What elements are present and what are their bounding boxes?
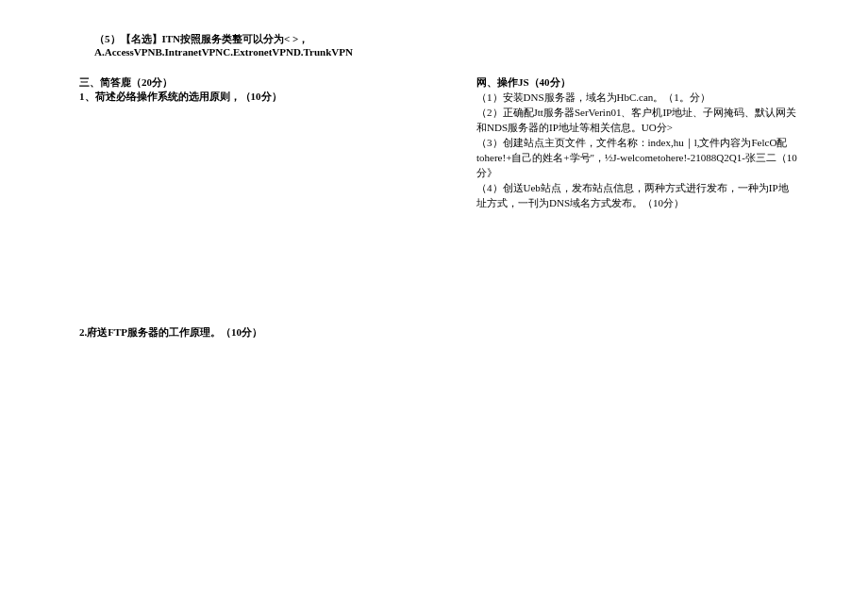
document-page: （5）【名选】ITN按照服务类整可以分为< >， A.AccessVPNB.In… [0,0,868,614]
operations-step-3: （3）创建站点主页文件，文件名称：index,hu｜l,文件内容为FelcO配t… [476,136,797,181]
question-5: （5）【名选】ITN按照服务类整可以分为< >， A.AccessVPNB.In… [94,32,353,59]
operations-step-4: （4）创送Ueb站点，发布站点信息，两种方式进行发布，一种为IP地址方式，一刊为… [476,181,797,211]
q5-options: A.AccessVPNB.IntranetVPNC.ExtronetVPND.T… [94,45,353,58]
operations-step-1: （1）安装DNS服务器，域名为HbC.can。（1。分） [476,91,797,106]
operations-section: 网、操作JS（40分） （1）安装DNS服务器，域名为HbC.can。（1。分）… [476,75,797,210]
section-3-q1: 1、荷述必络操作系统的选用原则，（10分） [79,90,282,104]
section-3-header: 三、简答鹿（20分） [79,75,173,90]
operations-step-2: （2）正确配Jtt服务器SerVerin01、客户机IP地址、子网掩码、默认网关… [476,106,797,136]
q5-prompt: （5）【名选】ITN按照服务类整可以分为< >， [94,32,353,45]
section-3-q2: 2.府送FTP服务器的工作原理。（10分） [79,325,262,340]
operations-header: 网、操作JS（40分） [476,75,797,91]
